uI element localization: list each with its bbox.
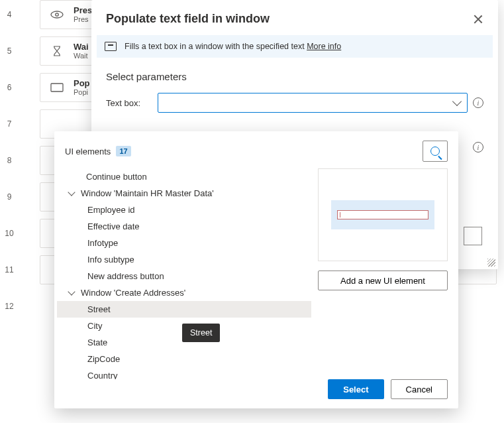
click-icon bbox=[50, 7, 64, 22]
cancel-button[interactable]: Cancel bbox=[391, 379, 448, 399]
flow-step-subtitle: Pres bbox=[74, 15, 92, 24]
tree-group[interactable]: Window 'Maintain HR Master Data' bbox=[57, 185, 311, 202]
step-number: 11 bbox=[0, 265, 19, 274]
tree-item[interactable]: Employee id bbox=[57, 202, 311, 218]
preview-field-highlight bbox=[337, 210, 428, 219]
flow-step-title: Pop bbox=[74, 78, 90, 89]
flow-step-title: Pres bbox=[74, 5, 92, 16]
select-button[interactable]: Select bbox=[328, 379, 383, 399]
step-number: 8 bbox=[0, 156, 19, 165]
ui-elements-picker: UI elements 17 Continue button Window 'M… bbox=[54, 131, 458, 408]
info-text: Fills a text box in a window with the sp… bbox=[125, 42, 307, 51]
tree-item[interactable]: Info subtype bbox=[57, 251, 311, 268]
tree-item[interactable]: New address button bbox=[57, 268, 311, 284]
tree-group[interactable]: Window 'Create Addresses' bbox=[57, 284, 311, 301]
step-number: 9 bbox=[0, 192, 19, 202]
textbox-selector-input[interactable] bbox=[158, 93, 468, 113]
step-number: 12 bbox=[0, 302, 19, 311]
tree-item[interactable]: Effective date bbox=[57, 218, 311, 235]
preview-pane: Add a new UI element bbox=[311, 168, 458, 379]
flow-step-title: Wai bbox=[74, 42, 89, 52]
help-icon[interactable]: i bbox=[473, 142, 483, 152]
search-icon bbox=[430, 147, 440, 156]
ui-element-tree[interactable]: Continue button Window 'Maintain HR Mast… bbox=[57, 168, 311, 379]
resize-handle-icon[interactable] bbox=[487, 259, 495, 267]
tree-item[interactable]: Infotype bbox=[57, 235, 311, 251]
add-ui-element-button[interactable]: Add a new UI element bbox=[318, 271, 448, 290]
hourglass-icon bbox=[50, 44, 64, 58]
chevron-down-icon bbox=[68, 188, 75, 196]
chevron-down-icon bbox=[68, 288, 75, 295]
preview-thumbnail bbox=[331, 200, 434, 229]
modal-title: Populate text field in window bbox=[106, 12, 270, 26]
step-number: 10 bbox=[0, 229, 19, 238]
param-label-textbox: Text box: bbox=[106, 98, 152, 108]
flow-step-subtitle: Wait bbox=[74, 52, 89, 60]
tooltip: Street bbox=[182, 324, 220, 342]
step-number: 5 bbox=[0, 46, 19, 56]
search-button[interactable] bbox=[423, 141, 448, 162]
chevron-down-icon bbox=[452, 97, 462, 106]
step-number: 6 bbox=[0, 83, 19, 92]
tree-item-street[interactable]: Street bbox=[57, 301, 311, 318]
flow-step-subtitle: Popi bbox=[74, 88, 90, 97]
svg-rect-2 bbox=[51, 84, 63, 91]
info-textbox-icon bbox=[105, 42, 117, 51]
flyout-title: UI elements bbox=[65, 147, 111, 156]
svg-point-0 bbox=[51, 11, 63, 18]
more-info-link[interactable]: More info bbox=[307, 42, 341, 51]
variable-picker-button[interactable] bbox=[464, 227, 482, 245]
info-bar: Fills a text box in a window with the sp… bbox=[97, 35, 493, 58]
close-icon[interactable] bbox=[473, 14, 483, 25]
svg-point-1 bbox=[56, 13, 58, 16]
element-preview bbox=[318, 168, 448, 261]
tree-item[interactable]: Continue button bbox=[57, 168, 311, 185]
help-icon[interactable]: i bbox=[473, 97, 483, 108]
element-count-badge: 17 bbox=[116, 146, 130, 156]
tree-item[interactable]: Country bbox=[57, 367, 311, 379]
textbox-icon bbox=[50, 80, 64, 95]
step-number: 7 bbox=[0, 119, 19, 129]
tree-item[interactable]: ZipCode bbox=[57, 351, 311, 367]
step-number: 4 bbox=[0, 10, 19, 19]
section-title: Select parameters bbox=[91, 58, 498, 90]
